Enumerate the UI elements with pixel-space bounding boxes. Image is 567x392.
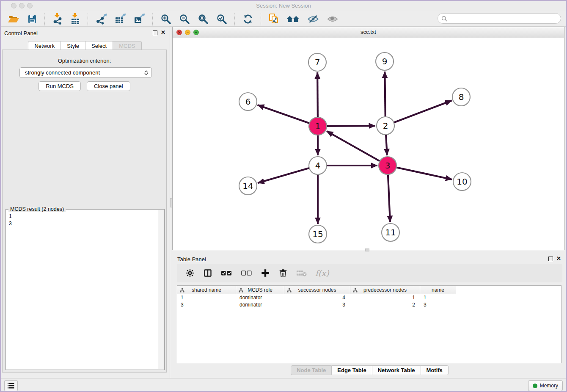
- graph-node-2[interactable]: 2: [377, 117, 394, 135]
- add-column-icon[interactable]: [257, 265, 273, 281]
- svg-text:15: 15: [312, 229, 323, 239]
- shared-column-icon: [239, 288, 243, 294]
- table-settings-icon[interactable]: [182, 265, 198, 281]
- graph-node-15[interactable]: 15: [309, 225, 327, 243]
- search-input[interactable]: [449, 15, 557, 22]
- result-scrollbar[interactable]: [158, 210, 164, 369]
- zoom-fit-icon[interactable]: [194, 12, 212, 26]
- delete-column-icon[interactable]: [275, 265, 291, 281]
- graph-node-7[interactable]: 7: [308, 53, 326, 71]
- float-panel-icon[interactable]: [548, 257, 553, 261]
- node-table: shared nameMCDS rolesuccessor nodesprede…: [177, 285, 561, 363]
- panel-toggle-button[interactable]: [4, 380, 18, 391]
- memory-status-icon: [533, 384, 537, 388]
- column-header-MCDS-role[interactable]: MCDS role: [236, 286, 284, 294]
- refresh-icon[interactable]: [239, 12, 257, 26]
- import-network-icon[interactable]: [49, 12, 66, 26]
- table-cell[interactable]: 1: [350, 294, 420, 301]
- zoom-out-icon[interactable]: [175, 12, 194, 26]
- graph-node-1[interactable]: 1: [309, 117, 327, 135]
- table-row[interactable]: 1dominator411: [177, 294, 561, 301]
- network-view-window: ✕ − + scc.txt 1234678910111415: [172, 27, 564, 250]
- svg-text:14: 14: [242, 181, 253, 191]
- tab-edge-table[interactable]: Edge Table: [332, 365, 372, 375]
- float-panel-icon[interactable]: [153, 30, 157, 35]
- svg-text:2: 2: [383, 121, 388, 131]
- table-cell[interactable]: 3: [177, 301, 236, 309]
- table-cell[interactable]: 4: [284, 294, 350, 301]
- network-overview-icon[interactable]: [283, 12, 303, 26]
- table-cell[interactable]: 3: [420, 301, 456, 309]
- unselect-all-icon[interactable]: [237, 265, 256, 281]
- table-cell[interactable]: 2: [350, 301, 420, 309]
- graph-node-9[interactable]: 9: [376, 52, 394, 70]
- application-window: Session: New Session Control Panel ✕ Net…: [0, 0, 567, 392]
- mcds-pane: Optimization criterion: strongly connect…: [2, 50, 167, 373]
- export-image-icon[interactable]: [130, 12, 149, 26]
- status-bar: Memory: [0, 378, 567, 392]
- splitter-handle[interactable]: [365, 248, 369, 251]
- search-icon: [441, 16, 447, 22]
- svg-text:7: 7: [315, 57, 320, 67]
- close-panel-icon[interactable]: ✕: [161, 30, 165, 35]
- graph-node-11[interactable]: 11: [382, 224, 399, 241]
- column-label: name: [432, 287, 444, 293]
- svg-text:3: 3: [385, 160, 391, 171]
- graph-edge-2-8[interactable]: [385, 101, 452, 126]
- graph-node-14[interactable]: 14: [239, 177, 257, 195]
- graph-node-6[interactable]: 6: [239, 93, 257, 110]
- close-panel-button[interactable]: Close panel: [87, 81, 130, 91]
- clone-network-icon[interactable]: [265, 12, 283, 26]
- svg-text:11: 11: [385, 227, 396, 237]
- column-header-successor-nodes[interactable]: successor nodes: [284, 286, 350, 294]
- tab-node-table[interactable]: Node Table: [291, 365, 332, 375]
- svg-text:10: 10: [457, 177, 467, 187]
- select-all-icon[interactable]: [217, 265, 236, 281]
- graph-node-10[interactable]: 10: [453, 173, 471, 190]
- table-cell[interactable]: 3: [284, 301, 350, 309]
- zoom-selected-icon[interactable]: [212, 12, 231, 26]
- criterion-dropdown[interactable]: strongly connected component: [19, 67, 152, 78]
- mcds-result-text[interactable]: 13: [6, 212, 158, 369]
- show-eye-icon[interactable]: [323, 12, 342, 26]
- tab-network-table[interactable]: Network Table: [372, 365, 421, 375]
- table-tabs: Node TableEdge TableNetwork TableMotifs: [172, 365, 567, 375]
- graph-node-3[interactable]: 3: [379, 157, 396, 174]
- column-header-name[interactable]: name: [420, 286, 456, 294]
- graph-node-4[interactable]: 4: [309, 157, 327, 174]
- search-box[interactable]: [438, 13, 561, 24]
- svg-text:9: 9: [382, 56, 388, 66]
- network-canvas[interactable]: 1234678910111415: [173, 38, 564, 250]
- column-header-shared-name[interactable]: shared name: [177, 286, 236, 294]
- column-label: successor nodes: [298, 287, 336, 293]
- hide-panel-icon[interactable]: [303, 12, 323, 26]
- export-network-icon[interactable]: [92, 12, 111, 26]
- toolbar-separator: [234, 13, 235, 25]
- graph-edge-3-1[interactable]: [327, 131, 388, 166]
- show-columns-icon[interactable]: [200, 265, 216, 281]
- table-cell[interactable]: dominator: [236, 294, 284, 301]
- function-builder-icon: f(x): [312, 265, 333, 281]
- run-mcds-button[interactable]: Run MCDS: [39, 81, 81, 91]
- table-cell[interactable]: 1: [177, 294, 236, 301]
- zoom-in-icon[interactable]: [157, 12, 175, 26]
- export-table-icon[interactable]: [111, 12, 130, 26]
- graph-node-8[interactable]: 8: [452, 88, 470, 106]
- shared-column-icon: [353, 288, 358, 294]
- mcds-result-title: MCDS result (2 nodes): [8, 206, 66, 212]
- table-cell[interactable]: 1: [420, 294, 456, 301]
- svg-text:6: 6: [245, 97, 251, 107]
- memory-button[interactable]: Memory: [528, 380, 563, 391]
- save-session-icon[interactable]: [23, 12, 41, 26]
- graph-edge-4-14[interactable]: [258, 166, 318, 183]
- column-header-predecessor-nodes[interactable]: predecessor nodes: [350, 286, 420, 294]
- open-file-icon[interactable]: [4, 12, 23, 26]
- table-cell[interactable]: dominator: [236, 301, 284, 309]
- table-row[interactable]: 3dominator323: [177, 301, 561, 309]
- tab-motifs[interactable]: Motifs: [421, 365, 449, 375]
- graph-edge-3-10[interactable]: [388, 166, 452, 179]
- import-table-icon[interactable]: [66, 12, 84, 26]
- close-panel-icon[interactable]: ✕: [556, 256, 561, 261]
- graph-edge-1-6[interactable]: [258, 105, 318, 126]
- list-icon: [7, 382, 15, 389]
